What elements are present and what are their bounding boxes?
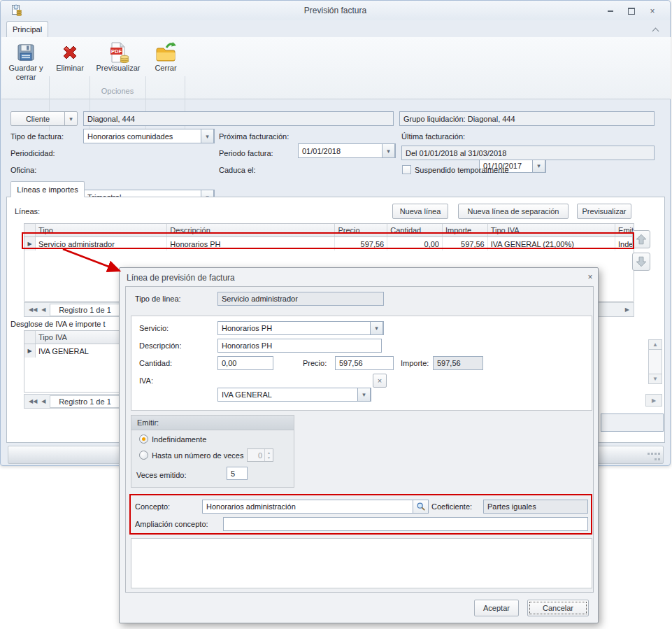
dropdown-arrow-icon[interactable]: ▾ <box>532 158 545 173</box>
cliente-button[interactable]: Cliente ▾ <box>10 111 78 126</box>
first-record-button[interactable]: ◀◀ <box>29 398 37 404</box>
veces-spinner[interactable]: 0 ▲▼ <box>247 448 273 462</box>
move-row-up-button[interactable] <box>632 230 650 248</box>
svg-text:PDF: PDF <box>111 48 122 55</box>
column-header-importe[interactable]: Importe <box>443 224 488 236</box>
oficina-label: Oficina: <box>10 162 36 177</box>
concepto-label: Concepto: <box>135 500 170 514</box>
close-icon: × <box>587 272 592 282</box>
dialog-title: Línea de previsión de factura <box>127 273 235 283</box>
clear-x-icon: × <box>378 376 382 385</box>
totals-field <box>601 414 664 432</box>
column-header-emitir[interactable]: Emitir <box>615 224 634 236</box>
cantidad-field[interactable]: 0,00 <box>217 356 273 370</box>
radio-indefinidamente[interactable] <box>139 434 148 444</box>
ultima-facturacion-label: Última facturación: <box>401 129 465 143</box>
radio-hasta-veces-label[interactable]: Hasta un número de veces <box>152 451 243 460</box>
descripcion-label: Descripción: <box>139 339 182 353</box>
cell-importe[interactable]: 597,56 <box>443 237 488 250</box>
maximize-button[interactable] <box>624 6 638 16</box>
save-and-close-label: Guardar y cerrar <box>5 64 47 82</box>
ampliacion-label: Ampliación concepto: <box>135 517 208 531</box>
save-and-close-button[interactable]: Guardar y cerrar <box>5 39 47 95</box>
dropdown-arrow-icon[interactable]: ▾ <box>382 143 395 158</box>
scroll-up-icon: ▲ <box>652 341 658 348</box>
ampliacion-field[interactable] <box>223 517 588 531</box>
column-header-cantidad[interactable]: Cantidad <box>387 224 443 236</box>
cell-cantidad[interactable]: 0,00 <box>387 237 443 250</box>
cliente-field[interactable]: Diagonal, 444 <box>83 111 394 126</box>
descripcion-field[interactable]: Honorarios PH <box>217 339 382 353</box>
resize-grip[interactable] <box>647 450 661 461</box>
iva-select[interactable]: IVA GENERAL ▾ <box>217 388 371 402</box>
radio-indefinidamente-label[interactable]: Indefinidamente <box>152 434 206 444</box>
window-titlebar[interactable]: Previsión factura × <box>1 1 670 20</box>
previsualizar-button[interactable]: Previsualizar <box>577 204 631 219</box>
delete-label: Eliminar <box>56 64 84 73</box>
proxima-facturacion-select[interactable]: 01/01/2018 ▾ <box>298 143 396 158</box>
cell-precio[interactable]: 597,56 <box>335 237 387 250</box>
column-header-descripcion[interactable]: Descripción <box>167 224 335 236</box>
screenshot-root: Previsión factura × Principal Guardar <box>0 0 672 629</box>
tab-principal[interactable]: Principal <box>6 21 48 37</box>
concepto-field[interactable]: Honorarios administración <box>202 500 413 514</box>
dropdown-arrow-icon[interactable]: ▾ <box>370 321 383 335</box>
close-window-button[interactable]: Cerrar <box>148 39 183 95</box>
first-record-button[interactable]: ◀◀ <box>29 306 37 313</box>
column-header-precio[interactable]: Precio <box>335 224 387 236</box>
lineas-grid-row[interactable]: ▶ Servicio administrador Honorarios PH 5… <box>24 237 634 250</box>
close-folder-icon <box>155 41 177 64</box>
cancelar-button[interactable]: Cancelar <box>527 600 589 616</box>
radio-hasta-veces[interactable] <box>139 451 148 460</box>
grupo-liquidacion-field: Grupo liquidación: Diagonal, 444 <box>399 111 655 126</box>
coeficiente-label: Coeficiente: <box>431 500 472 514</box>
concepto-search-button[interactable] <box>413 500 429 514</box>
aceptar-button[interactable]: Aceptar <box>474 600 519 616</box>
spinner-up-icon: ▲ <box>267 451 271 455</box>
nueva-linea-separacion-button[interactable]: Nueva línea de separación <box>458 204 569 219</box>
suspendido-checkbox[interactable] <box>402 165 411 174</box>
iva-label: IVA: <box>139 374 153 388</box>
scroll-right-button[interactable]: ▶ <box>625 306 629 313</box>
veces-emitido-field[interactable]: 5 <box>227 467 248 480</box>
cell-tipo-iva[interactable]: IVA GENERAL (21,00%) <box>488 237 615 250</box>
totals-scroll-down-button[interactable]: ▼ <box>648 374 662 384</box>
chevron-up-icon <box>652 27 659 34</box>
tab-lineas-importes[interactable]: Líneas e importes <box>10 181 85 197</box>
prev-record-button[interactable]: ◀ <box>41 398 45 404</box>
cell-tipo[interactable]: Servicio administrador <box>36 237 167 250</box>
cell-descripcion[interactable]: Honorarios PH <box>167 237 335 250</box>
cell-emitir[interactable]: Indefinida <box>615 237 634 250</box>
delete-button[interactable]: Eliminar <box>52 39 88 95</box>
coeficiente-field: Partes iguales <box>483 500 588 514</box>
row-pointer-cell: ▶ <box>24 237 36 250</box>
ribbon-group-label: Opciones <box>90 87 145 95</box>
precio-field[interactable]: 597,56 <box>335 356 394 370</box>
dialog-close-button[interactable]: × <box>584 271 596 283</box>
spinner-arrows[interactable]: ▲▼ <box>265 449 273 461</box>
tipo-factura-select[interactable]: Honorarios comunidades ▾ <box>83 129 215 143</box>
ribbon-collapse-button[interactable] <box>650 26 661 36</box>
column-header-tipo-iva[interactable]: Tipo IVA <box>488 224 615 236</box>
close-button[interactable]: × <box>645 6 659 16</box>
totals-scrollbar-track[interactable] <box>648 350 662 374</box>
dropdown-arrow-icon[interactable]: ▾ <box>357 388 371 402</box>
row-indicator-header <box>24 331 36 344</box>
totals-scroll-right-button[interactable]: ▶ <box>645 394 662 407</box>
minimize-button[interactable] <box>603 6 617 16</box>
proxima-facturacion-label: Próxima facturación: <box>219 129 289 143</box>
row-pointer-icon: ▶ <box>27 348 31 354</box>
prev-record-button[interactable]: ◀ <box>41 306 45 313</box>
cliente-dropdown-arrow-icon[interactable]: ▾ <box>64 112 77 125</box>
minimize-icon <box>608 10 613 12</box>
close-label: Cerrar <box>155 64 176 73</box>
servicio-value: Honorarios PH <box>222 324 272 332</box>
servicio-select[interactable]: Honorarios PH ▾ <box>217 321 384 335</box>
dropdown-arrow-icon[interactable]: ▾ <box>201 129 214 143</box>
nueva-linea-button[interactable]: Nueva línea <box>392 204 448 219</box>
totals-scroll-up-button[interactable]: ▲ <box>648 339 662 350</box>
iva-clear-button[interactable]: × <box>373 374 387 388</box>
column-header-tipo[interactable]: Tipo <box>36 224 167 236</box>
move-row-down-button[interactable] <box>632 253 650 271</box>
record-label: Registro 1 de 1 <box>50 304 120 316</box>
